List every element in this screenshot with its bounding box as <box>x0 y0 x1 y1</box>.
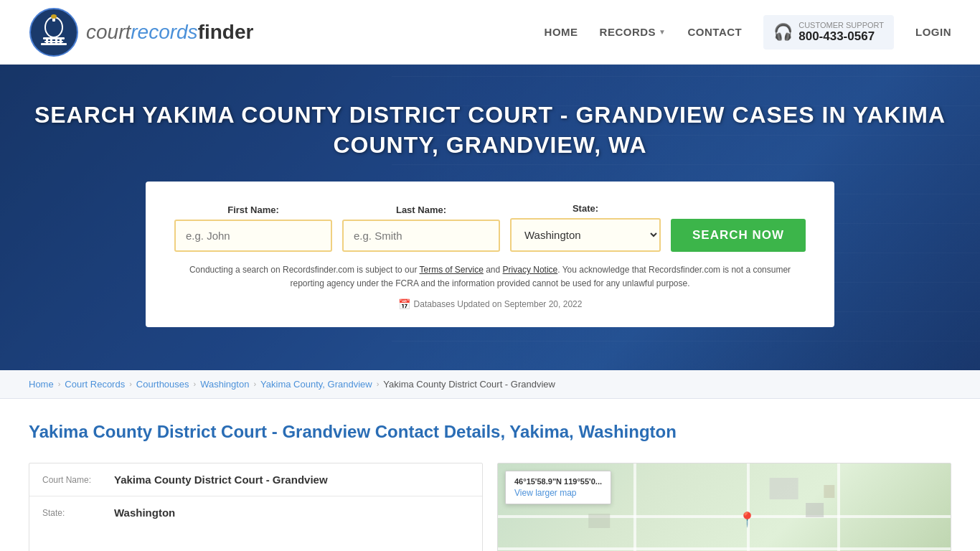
map-coordinates: 46°15'58.9"N 119°55'0... <box>514 477 602 486</box>
first-name-input[interactable] <box>174 220 332 252</box>
breadcrumb: Home › Court Records › Courthouses › Was… <box>0 370 980 399</box>
nav-login[interactable]: LOGIN <box>915 26 951 38</box>
separator-4: › <box>253 380 256 388</box>
chevron-down-icon: ▼ <box>659 28 666 36</box>
nav-records[interactable]: RECORDS ▼ <box>600 26 666 38</box>
breadcrumb-home[interactable]: Home <box>29 379 54 390</box>
svg-rect-10 <box>60 37 62 43</box>
nav-home[interactable]: HOME <box>545 26 578 38</box>
details-grid: Court Name: Yakima County District Court… <box>29 463 951 551</box>
search-box: First Name: Last Name: State: AlabamaAla… <box>146 182 834 326</box>
map-area[interactable]: 46°15'58.9"N 119°55'0... View larger map… <box>497 463 951 551</box>
section-title: Yakima County District Court - Grandview… <box>29 420 951 443</box>
separator-1: › <box>58 380 61 388</box>
logo-text: courtrecordsfinder <box>86 21 253 44</box>
last-name-label: Last Name: <box>342 204 500 215</box>
court-name-label: Court Name: <box>42 474 107 485</box>
last-name-group: Last Name: <box>342 204 500 252</box>
search-button[interactable]: SEARCH NOW <box>671 219 806 252</box>
state-select[interactable]: AlabamaAlaskaArizonaArkansasCaliforniaCo… <box>510 218 661 252</box>
site-header: courtrecordsfinder HOME RECORDS ▼ CONTAC… <box>0 0 980 65</box>
svg-rect-8 <box>50 37 52 43</box>
svg-rect-13 <box>824 485 834 498</box>
state-label: State: <box>510 203 661 214</box>
privacy-link[interactable]: Privacy Notice <box>503 265 558 275</box>
breadcrumb-current: Yakima County District Court - Grandview <box>383 379 555 390</box>
nav-contact[interactable]: CONTACT <box>688 26 743 38</box>
breadcrumb-yakima-grandview[interactable]: Yakima County, Grandview <box>260 379 372 390</box>
breadcrumb-washington[interactable]: Washington <box>200 379 249 390</box>
headset-icon: 🎧 <box>773 23 793 42</box>
support-info: CUSTOMER SUPPORT 800-433-0567 <box>798 21 884 44</box>
disclaimer-text: Conducting a search on Recordsfinder.com… <box>174 263 806 291</box>
separator-5: › <box>377 380 380 388</box>
hero-title: SEARCH YAKIMA COUNTY DISTRICT COURT - GR… <box>29 100 951 160</box>
state-value-detail: Washington <box>114 507 175 519</box>
svg-rect-14 <box>588 514 610 528</box>
hero-section: SEARCH YAKIMA COUNTY DISTRICT COURT - GR… <box>0 65 980 370</box>
svg-rect-9 <box>55 37 57 43</box>
breadcrumb-court-records[interactable]: Court Records <box>65 379 125 390</box>
logo-icon <box>29 7 79 57</box>
first-name-label: First Name: <box>174 204 332 215</box>
svg-rect-11 <box>770 478 798 499</box>
separator-2: › <box>129 380 132 388</box>
db-update: 📅 Databases Updated on September 20, 202… <box>174 298 806 310</box>
support-box[interactable]: 🎧 CUSTOMER SUPPORT 800-433-0567 <box>763 15 894 50</box>
state-label-detail: State: <box>42 507 107 518</box>
svg-rect-4 <box>41 43 67 45</box>
state-group: State: AlabamaAlaskaArizonaArkansasCalif… <box>510 203 661 252</box>
search-row: First Name: Last Name: State: AlabamaAla… <box>174 203 806 252</box>
main-nav: HOME RECORDS ▼ CONTACT 🎧 CUSTOMER SUPPOR… <box>545 15 951 50</box>
logo-area[interactable]: courtrecordsfinder <box>29 7 253 57</box>
terms-link[interactable]: Terms of Service <box>420 265 484 275</box>
court-details-table: Court Name: Yakima County District Court… <box>29 463 483 551</box>
separator-3: › <box>194 380 197 388</box>
map-tooltip: 46°15'58.9"N 119°55'0... View larger map <box>505 471 611 504</box>
breadcrumb-courthouses[interactable]: Courthouses <box>136 379 189 390</box>
last-name-input[interactable] <box>342 220 500 252</box>
court-name-value: Yakima County District Court - Grandview <box>114 474 328 486</box>
svg-point-6 <box>51 14 57 19</box>
svg-rect-12 <box>806 503 824 517</box>
main-content: Yakima County District Court - Grandview… <box>0 399 980 551</box>
calendar-icon: 📅 <box>398 298 410 310</box>
state-row: State: Washington <box>29 496 482 529</box>
view-larger-map-link[interactable]: View larger map <box>514 488 602 498</box>
svg-rect-7 <box>46 37 48 43</box>
first-name-group: First Name: <box>174 204 332 252</box>
court-name-row: Court Name: Yakima County District Court… <box>29 463 482 496</box>
